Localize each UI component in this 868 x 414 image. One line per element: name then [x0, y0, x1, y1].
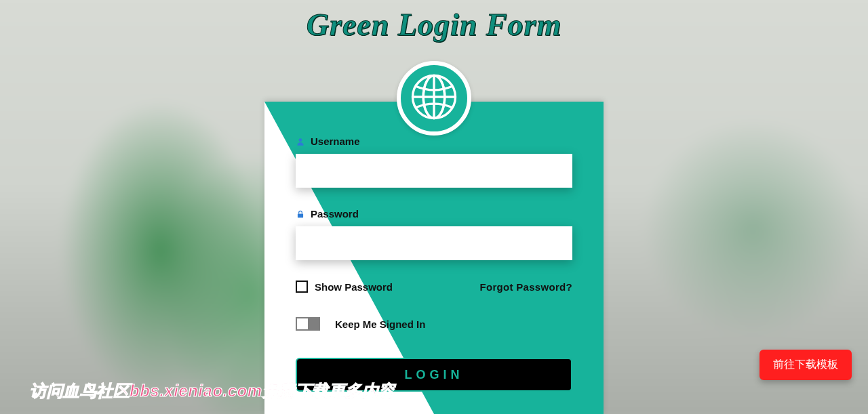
download-template-button[interactable]: 前往下载模板 [760, 350, 852, 380]
login-card: Username Password Show Password Forgot P… [264, 102, 604, 414]
password-label: Password [311, 208, 359, 220]
username-input[interactable] [296, 154, 572, 188]
password-label-row: Password [296, 208, 572, 220]
username-label: Username [311, 136, 360, 147]
checkbox-icon [296, 281, 308, 293]
user-icon [296, 137, 305, 146]
show-password-label: Show Password [315, 281, 393, 293]
lock-icon [296, 209, 305, 219]
svg-point-5 [299, 138, 302, 142]
svg-rect-6 [298, 213, 303, 218]
password-input[interactable] [296, 226, 572, 260]
password-options-row: Show Password Forgot Password? [296, 281, 572, 293]
keep-signed-in-row: Keep Me Signed In [296, 317, 572, 331]
show-password-checkbox[interactable]: Show Password [296, 281, 393, 293]
watermark-text: 访问血鸟社区bbs.xieniao.com免费下载更多内容 [30, 380, 395, 402]
toggle-knob [297, 318, 308, 329]
login-form: Username Password Show Password Forgot P… [264, 102, 604, 414]
page-title: Green Login Form [0, 7, 868, 43]
username-label-row: Username [296, 136, 572, 147]
keep-signed-in-label: Keep Me Signed In [335, 318, 425, 330]
keep-signed-in-toggle[interactable] [296, 317, 320, 331]
forgot-password-link[interactable]: Forgot Password? [480, 281, 572, 293]
